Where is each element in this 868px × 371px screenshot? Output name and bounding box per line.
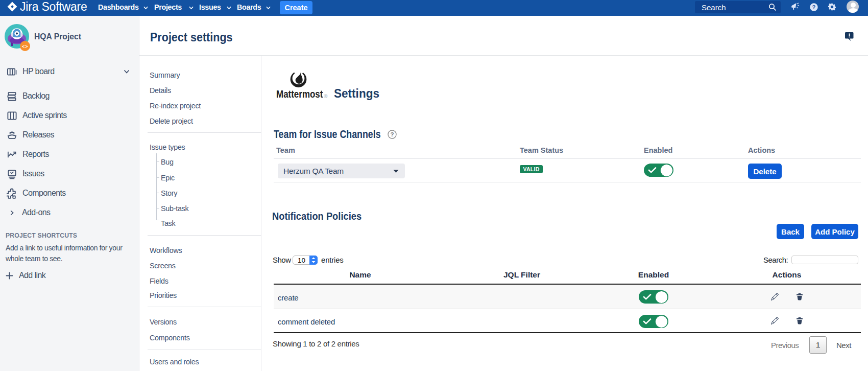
svg-text:<>: <> — [22, 43, 28, 49]
svg-text:?: ? — [812, 4, 816, 10]
svg-text:?: ? — [390, 131, 394, 137]
